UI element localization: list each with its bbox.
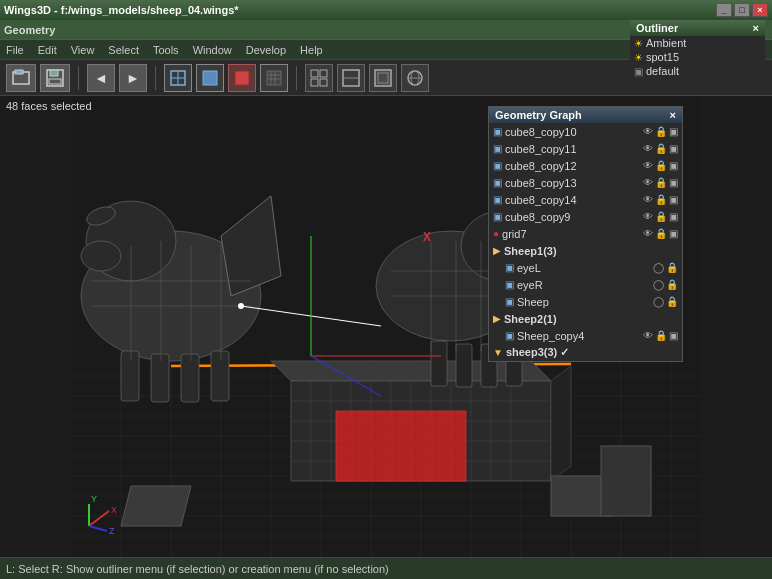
view-btn-4[interactable] bbox=[401, 64, 429, 92]
eye-icon-2[interactable]: 👁 bbox=[643, 160, 653, 171]
mesh-icon-5: ▣ bbox=[493, 211, 502, 222]
menu-select[interactable]: Select bbox=[108, 44, 139, 56]
geometry-label: Geometry bbox=[4, 24, 55, 36]
geo-graph-close[interactable]: × bbox=[670, 109, 676, 121]
lock-icon-6[interactable]: 🔒 bbox=[655, 228, 667, 239]
lock-icon-0[interactable]: 🔒 bbox=[655, 126, 667, 137]
menu-window[interactable]: Window bbox=[193, 44, 232, 56]
geo-item-eyeL[interactable]: ▣ eyeL ◯🔒 bbox=[489, 259, 682, 276]
window-title: Wings3D - f:/wings_models/sheep_04.wings… bbox=[4, 4, 239, 16]
geo-item-label-folder-1: Sheep1(3) bbox=[504, 245, 557, 257]
geo-item-label-0: cube8_copy10 bbox=[505, 126, 577, 138]
svg-rect-82 bbox=[151, 354, 169, 402]
geo-item-5[interactable]: ▣ cube8_copy9 👁🔒▣ bbox=[489, 208, 682, 225]
menu-edit[interactable]: Edit bbox=[38, 44, 57, 56]
svg-rect-84 bbox=[211, 351, 229, 401]
svg-rect-83 bbox=[181, 354, 199, 402]
geometry-menu-bar: Geometry Outliner × ☀ Ambient ☀ spot15 ▣… bbox=[0, 20, 772, 40]
geo-item-1[interactable]: ▣ cube8_copy11 👁🔒▣ bbox=[489, 140, 682, 157]
eye-icon-eyeR[interactable]: ◯ bbox=[653, 279, 664, 290]
viewport[interactable]: 48 faces selected bbox=[0, 96, 772, 557]
lock-icon-4[interactable]: 🔒 bbox=[655, 194, 667, 205]
svg-rect-21 bbox=[375, 70, 391, 86]
menu-help[interactable]: Help bbox=[300, 44, 323, 56]
lock-icon-1[interactable]: 🔒 bbox=[655, 143, 667, 154]
geo-item-icons-sheep: ◯🔒 bbox=[653, 296, 678, 307]
svg-rect-9 bbox=[235, 71, 249, 85]
material-mode-btn[interactable] bbox=[228, 64, 256, 92]
outliner-ambient-label: Ambient bbox=[646, 37, 686, 49]
close-btn[interactable]: × bbox=[752, 3, 768, 17]
eye-icon-4[interactable]: 👁 bbox=[643, 194, 653, 205]
type-icon-sheep-copy4: ▣ bbox=[669, 330, 678, 341]
view-btn-2[interactable] bbox=[337, 64, 365, 92]
solid-mode-btn[interactable] bbox=[196, 64, 224, 92]
geo-item-label-folder-2: Sheep2(1) bbox=[504, 313, 557, 325]
eye-icon-3[interactable]: 👁 bbox=[643, 177, 653, 188]
mesh-icon-2: ▣ bbox=[493, 160, 502, 171]
wire-mode-btn[interactable] bbox=[164, 64, 192, 92]
nav-back-btn[interactable]: ◄ bbox=[87, 64, 115, 92]
minimize-btn[interactable]: _ bbox=[716, 3, 732, 17]
view-btn-3[interactable] bbox=[369, 64, 397, 92]
menu-develop[interactable]: Develop bbox=[246, 44, 286, 56]
nav-fwd-btn[interactable]: ► bbox=[119, 64, 147, 92]
menu-tools[interactable]: Tools bbox=[153, 44, 179, 56]
geo-item-folder-1[interactable]: ▶ Sheep1(3) bbox=[489, 242, 682, 259]
type-icon-3: ▣ bbox=[669, 177, 678, 188]
open-file-btn[interactable] bbox=[6, 64, 36, 92]
toolbar-sep-1 bbox=[78, 66, 79, 90]
geo-graph-panel: Geometry Graph × ▣ cube8_copy10 👁🔒▣ ▣ cu… bbox=[488, 106, 683, 362]
lock-icon-sheep[interactable]: 🔒 bbox=[666, 296, 678, 307]
lock-icon-eyeL[interactable]: 🔒 bbox=[666, 262, 678, 273]
view-btn-1[interactable] bbox=[305, 64, 333, 92]
mesh-icon-4: ▣ bbox=[493, 194, 502, 205]
svg-text:Z: Z bbox=[109, 526, 115, 536]
svg-marker-115 bbox=[121, 486, 191, 526]
lock-icon-2[interactable]: 🔒 bbox=[655, 160, 667, 171]
geo-item-folder-2[interactable]: ▶ Sheep2(1) bbox=[489, 310, 682, 327]
red-mesh-icon-6: ● bbox=[493, 228, 499, 239]
textured-mode-btn[interactable] bbox=[260, 64, 288, 92]
geo-item-eyeR[interactable]: ▣ eyeR ◯🔒 bbox=[489, 276, 682, 293]
svg-rect-96 bbox=[456, 344, 472, 387]
menu-view[interactable]: View bbox=[71, 44, 95, 56]
maximize-btn[interactable]: □ bbox=[734, 3, 750, 17]
geo-item-icons-eyeR: ◯🔒 bbox=[653, 279, 678, 290]
eye-icon-5[interactable]: 👁 bbox=[643, 211, 653, 222]
svg-rect-15 bbox=[311, 70, 318, 77]
svg-text:X: X bbox=[423, 230, 431, 244]
lock-icon-sheep-copy4[interactable]: 🔒 bbox=[655, 330, 667, 341]
eye-icon-eyeL[interactable]: ◯ bbox=[653, 262, 664, 273]
geo-item-2[interactable]: ▣ cube8_copy12 👁🔒▣ bbox=[489, 157, 682, 174]
save-file-btn[interactable] bbox=[40, 64, 70, 92]
lock-icon-3[interactable]: 🔒 bbox=[655, 177, 667, 188]
geo-item-label-eyeR: eyeR bbox=[517, 279, 543, 291]
svg-rect-114 bbox=[601, 446, 651, 516]
geo-item-sheep[interactable]: ▣ Sheep ◯🔒 bbox=[489, 293, 682, 310]
geo-item-sheep-copy4[interactable]: ▣ Sheep_copy4 👁🔒▣ bbox=[489, 327, 682, 344]
geo-item-0[interactable]: ▣ cube8_copy10 👁🔒▣ bbox=[489, 123, 682, 140]
lock-icon-5[interactable]: 🔒 bbox=[655, 211, 667, 222]
geo-item-folder-3[interactable]: ▼ sheep3(3) ✓ bbox=[489, 344, 682, 361]
geo-item-icons-3: 👁🔒▣ bbox=[643, 177, 678, 188]
lock-icon-eyeR[interactable]: 🔒 bbox=[666, 279, 678, 290]
outliner-item-spot15: ☀ spot15 bbox=[630, 50, 765, 64]
geo-item-3[interactable]: ▣ cube8_copy13 👁🔒▣ bbox=[489, 174, 682, 191]
geo-item-label-sheep: Sheep bbox=[517, 296, 549, 308]
eye-icon-sheep-copy4[interactable]: 👁 bbox=[643, 330, 653, 341]
svg-rect-81 bbox=[121, 351, 139, 401]
eye-icon-6[interactable]: 👁 bbox=[643, 228, 653, 239]
eye-icon-sheep[interactable]: ◯ bbox=[653, 296, 664, 307]
geo-item-label-5: cube8_copy9 bbox=[505, 211, 570, 223]
eye-icon-1[interactable]: 👁 bbox=[643, 143, 653, 154]
outliner-close[interactable]: × bbox=[753, 22, 759, 34]
selection-info: 48 faces selected bbox=[6, 100, 92, 112]
type-icon-0: ▣ bbox=[669, 126, 678, 137]
menu-file[interactable]: File bbox=[6, 44, 24, 56]
geo-item-4[interactable]: ▣ cube8_copy14 👁🔒▣ bbox=[489, 191, 682, 208]
geo-item-icons-6: 👁🔒▣ bbox=[643, 228, 678, 239]
eye-icon-0[interactable]: 👁 bbox=[643, 126, 653, 137]
geo-item-6[interactable]: ● grid7 👁🔒▣ bbox=[489, 225, 682, 242]
svg-text:X: X bbox=[111, 505, 117, 515]
